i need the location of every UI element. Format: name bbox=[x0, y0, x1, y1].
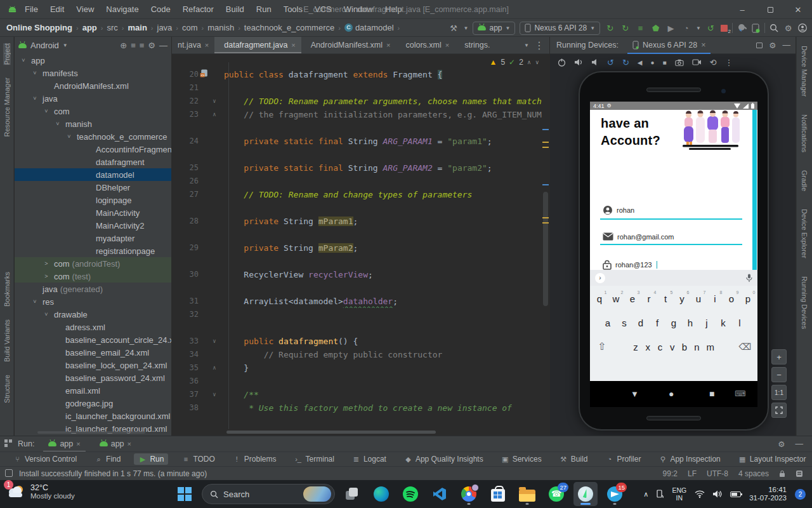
tree-item[interactable]: ˃ com (test) bbox=[15, 270, 171, 283]
profile-button[interactable]: ▶ bbox=[665, 23, 676, 33]
hide-panel-icon[interactable]: — bbox=[159, 41, 167, 50]
tree-item[interactable]: datafragment bbox=[15, 156, 171, 168]
tree-item[interactable]: registrationpage bbox=[15, 244, 171, 257]
related-file-icon[interactable] bbox=[201, 69, 207, 76]
mic-icon[interactable] bbox=[746, 274, 752, 283]
close-tab-icon[interactable]: × bbox=[76, 440, 80, 448]
keyboard-key[interactable]: t5 bbox=[661, 293, 671, 304]
notification-count-badge[interactable]: 2 bbox=[795, 489, 806, 500]
run-tab[interactable]: app × bbox=[43, 436, 85, 452]
keyboard-key[interactable]: k bbox=[719, 318, 728, 328]
file-encoding[interactable]: UTF-8 bbox=[707, 469, 728, 478]
caret-position[interactable]: 99:2 bbox=[663, 469, 678, 478]
tree-item[interactable]: loginpage bbox=[15, 194, 171, 206]
task-view-button[interactable] bbox=[340, 482, 364, 506]
keyboard-key[interactable]: n bbox=[694, 342, 699, 352]
tree-item[interactable]: MainActivity bbox=[15, 206, 171, 219]
close-tab-icon[interactable]: × bbox=[701, 41, 705, 50]
menu-item[interactable]: Edit bbox=[50, 4, 64, 14]
profiler-dropdown-icon[interactable]: ▼ bbox=[696, 25, 701, 31]
tool-strip-tab[interactable]: Bookmarks bbox=[3, 272, 11, 307]
device-manager-icon[interactable] bbox=[752, 23, 760, 33]
breadcrumb-item[interactable]: java bbox=[157, 23, 173, 32]
tree-item[interactable]: java (generated) bbox=[15, 283, 171, 295]
nav-home-icon[interactable]: ● bbox=[669, 389, 674, 399]
keyboard-key[interactable]: u7 bbox=[694, 293, 704, 304]
editor-gutter[interactable]: 21 bbox=[172, 81, 224, 95]
editor-gutter[interactable]: 28 bbox=[172, 215, 224, 228]
editor-gutter[interactable]: 27 bbox=[172, 188, 224, 201]
tree-item[interactable]: DBhelper bbox=[15, 181, 171, 194]
taskbar-search[interactable]: Search bbox=[202, 484, 335, 504]
tool-window-button[interactable]: ⌕ Find bbox=[90, 453, 125, 465]
spotify-icon[interactable] bbox=[398, 482, 422, 506]
tool-window-button[interactable]: ◆ App Quality Insights bbox=[400, 453, 488, 465]
zoom-reset-button[interactable]: 1:1 bbox=[771, 385, 787, 400]
start-button[interactable] bbox=[173, 482, 197, 506]
close-tab-icon[interactable]: × bbox=[386, 41, 390, 49]
tree-item[interactable]: ˅ teachnook_e_commerce bbox=[15, 130, 171, 143]
keyboard-key[interactable]: p0 bbox=[743, 293, 753, 304]
more-actions-icon[interactable]: ⋮ bbox=[725, 58, 733, 67]
keyboard-key[interactable]: e3 bbox=[628, 293, 638, 304]
wifi-icon[interactable] bbox=[695, 490, 705, 498]
telegram-icon[interactable]: 15 bbox=[603, 482, 627, 506]
power-icon[interactable] bbox=[558, 58, 566, 67]
tree-chevron-icon[interactable]: ˃ bbox=[43, 260, 50, 267]
close-button[interactable]: ✕ bbox=[784, 0, 812, 19]
tool-window-button[interactable]: ▦ Layout Inspector bbox=[734, 453, 811, 465]
menu-item[interactable]: File bbox=[25, 4, 38, 14]
tool-strip-tab[interactable]: Project bbox=[3, 43, 11, 65]
editor-tab[interactable]: colors.xml × bbox=[396, 37, 455, 53]
tool-window-button[interactable]: ▶ Run bbox=[134, 453, 168, 465]
volume-down-icon[interactable] bbox=[591, 58, 599, 66]
keyboard-key[interactable]: w2 bbox=[612, 293, 621, 304]
editor-gutter[interactable]: 36 bbox=[172, 375, 224, 388]
editor-gutter[interactable]: 37 ∨ bbox=[172, 388, 224, 401]
search-highlight-image[interactable] bbox=[303, 486, 331, 502]
keyboard-key[interactable]: f bbox=[653, 318, 662, 328]
keyboard-key[interactable]: z bbox=[633, 342, 638, 352]
tool-strip-tab[interactable]: Structure bbox=[3, 375, 11, 403]
close-tab-icon[interactable]: × bbox=[205, 41, 209, 49]
tree-item[interactable]: AndroidManifest.xml bbox=[15, 79, 171, 92]
editor-gutter[interactable]: 31 bbox=[172, 295, 224, 308]
rotate-right-icon[interactable]: ↻ bbox=[622, 58, 629, 67]
battery-icon[interactable] bbox=[730, 491, 741, 497]
file-explorer-icon[interactable] bbox=[515, 482, 539, 506]
breadcrumb-item[interactable]: datamodel bbox=[344, 23, 394, 32]
on-screen-keyboard[interactable]: q1w2e3r4t5y6u7i8o9p0 asdfghjkl zxcvbnm ⇧… bbox=[590, 286, 757, 381]
backspace-key[interactable]: ⌫ bbox=[738, 342, 751, 352]
rotate-left-icon[interactable]: ↺ bbox=[607, 58, 614, 67]
tree-item[interactable]: ˅ manish bbox=[15, 117, 171, 130]
tree-item[interactable]: AccountinfoFragment bbox=[15, 143, 171, 156]
snapshots-icon[interactable]: ⟲ bbox=[710, 58, 717, 67]
profiler-gauge-icon[interactable]: ◔ bbox=[681, 23, 691, 33]
apply-code-changes-button[interactable]: ≡ bbox=[635, 23, 646, 33]
notifications-icon[interactable] bbox=[796, 470, 803, 478]
clock[interactable]: 16:4131-07-2023 bbox=[749, 486, 787, 502]
tool-window-button[interactable]: ◔ Profiler bbox=[601, 453, 645, 465]
tool-window-button[interactable]: ⑂ Version Control bbox=[9, 453, 81, 465]
profile-avatar-icon[interactable] bbox=[798, 23, 807, 32]
editor-gutter[interactable]: 35 ∧ bbox=[172, 361, 224, 375]
editor-gutter[interactable]: 22 ∨ bbox=[172, 95, 224, 108]
zoom-in-button[interactable]: + bbox=[771, 349, 787, 364]
tree-chevron-icon[interactable]: ˅ bbox=[31, 95, 39, 102]
editor-tab[interactable]: strings. bbox=[455, 37, 499, 53]
tree-item[interactable]: MainActivity2 bbox=[15, 219, 171, 232]
tool-window-button[interactable]: ⚒ Build bbox=[555, 453, 593, 465]
edge-icon[interactable] bbox=[369, 482, 393, 506]
tree-item[interactable]: datamodel bbox=[15, 168, 171, 181]
hide-panel-icon[interactable]: — bbox=[783, 41, 791, 50]
volume-up-icon[interactable] bbox=[574, 58, 583, 66]
home-icon[interactable]: ● bbox=[651, 59, 655, 66]
search-icon[interactable] bbox=[769, 23, 778, 32]
editor-gutter[interactable]: 34 bbox=[172, 348, 224, 361]
locate-file-icon[interactable]: ⊕ bbox=[120, 41, 127, 50]
editor-gutter[interactable]: 32 bbox=[172, 308, 224, 321]
tree-item[interactable]: baseline_password_24.xml bbox=[15, 371, 171, 384]
password-field[interactable]: rohan@123 bbox=[603, 260, 737, 270]
float-window-icon[interactable] bbox=[756, 43, 763, 48]
editor-gutter[interactable]: 29 bbox=[172, 241, 224, 255]
